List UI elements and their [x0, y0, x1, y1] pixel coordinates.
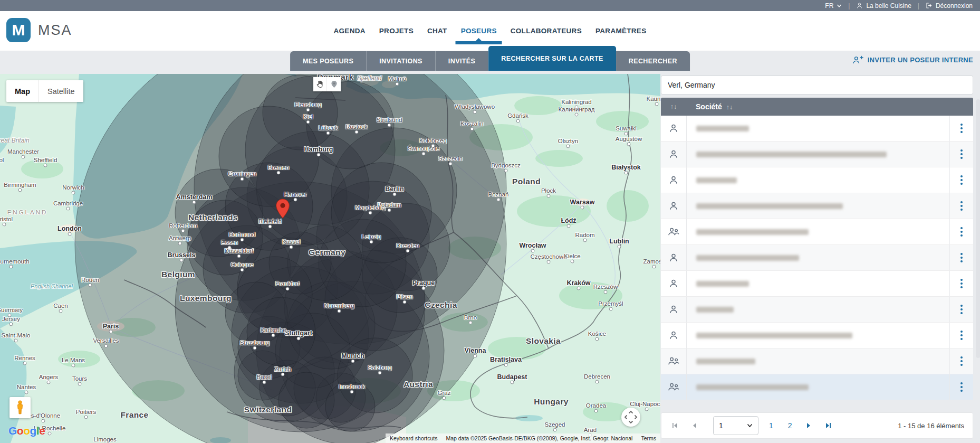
- map-data-text: Map data ©2025 GeoBasis-DE/BKG (©2009), …: [441, 433, 637, 443]
- page-select-value: 1: [719, 421, 723, 430]
- satellite-view-button[interactable]: Satellite: [39, 80, 83, 102]
- kebab-menu-icon[interactable]: [958, 277, 965, 290]
- kebab-menu-icon[interactable]: [958, 303, 965, 316]
- kebab-dot: [960, 205, 963, 207]
- table-row[interactable]: [661, 116, 973, 142]
- pan-hand-tool-button[interactable]: [313, 77, 327, 91]
- panel-scrollbar[interactable]: [976, 99, 980, 358]
- kebab-dot: [960, 253, 963, 255]
- table-row[interactable]: [661, 297, 973, 323]
- blurred-text: [696, 384, 809, 390]
- table-row[interactable]: [661, 271, 973, 297]
- google-map[interactable]: DenmarkNetherlandsBelgiumLuxembourgGerma…: [0, 74, 660, 443]
- map-type-control: Map Satellite: [6, 80, 83, 102]
- kebab-dot: [960, 338, 963, 340]
- invite-internal-installer-link[interactable]: INVITER UN POSEUR INTERNE: [852, 55, 973, 64]
- kebab-dot: [960, 312, 963, 314]
- google-logo: Google: [8, 425, 45, 437]
- first-page-icon: [672, 422, 678, 429]
- kebab-dot: [960, 382, 963, 384]
- table-row[interactable]: [661, 219, 973, 245]
- pan-arrows-icon: [624, 410, 638, 424]
- table-row[interactable]: [661, 245, 973, 271]
- map-view-button[interactable]: Map: [6, 80, 39, 102]
- kebab-dot: [960, 157, 963, 159]
- separator: |: [848, 2, 850, 10]
- kebab-dot: [960, 390, 963, 392]
- kebab-dot: [960, 360, 963, 362]
- last-page-button[interactable]: [823, 420, 833, 431]
- sort-icon: ↑↓: [726, 103, 733, 111]
- tab-invités[interactable]: INVITÉS: [436, 51, 488, 71]
- row-actions-cell: [949, 142, 973, 167]
- kebab-menu-icon[interactable]: [958, 121, 965, 135]
- coverage-circle: [331, 163, 431, 263]
- first-page-button[interactable]: [670, 420, 680, 431]
- results-panel: ↑↓ Société↑↓ 1 12 1: [661, 76, 973, 443]
- app-logo[interactable]: M MSA: [6, 18, 72, 42]
- kebab-menu-icon[interactable]: [958, 225, 965, 239]
- google-logo-letter: o: [23, 425, 30, 437]
- kebab-menu-icon[interactable]: [958, 354, 965, 368]
- person-icon: [661, 167, 687, 193]
- page-link-2[interactable]: 2: [788, 421, 792, 430]
- blurred-text: [696, 229, 809, 235]
- logout-button[interactable]: Déconnexion: [926, 2, 973, 10]
- nav-item-poseurs[interactable]: POSEURS: [460, 24, 498, 38]
- nav-item-agenda[interactable]: AGENDA: [333, 24, 367, 38]
- company-name-redacted: [687, 167, 949, 193]
- nav-item-paramètres[interactable]: PARAMÈTRES: [594, 24, 648, 38]
- person-icon: [661, 142, 687, 167]
- kebab-menu-icon[interactable]: [958, 147, 965, 161]
- table-row[interactable]: [661, 374, 973, 400]
- language-selector[interactable]: FR: [825, 2, 842, 10]
- keyboard-shortcuts-link[interactable]: Keyboard shortcuts: [386, 433, 441, 443]
- row-actions-cell: [949, 167, 973, 193]
- user-plus-icon: [852, 55, 863, 64]
- next-page-button[interactable]: [804, 420, 813, 431]
- company-table-body: [661, 116, 973, 400]
- page-link-1[interactable]: 1: [769, 421, 773, 430]
- nav-item-projets[interactable]: PROJETS: [378, 24, 415, 38]
- nav-item-chat[interactable]: CHAT: [426, 24, 448, 38]
- tab-mes-poseurs[interactable]: MES POSEURS: [290, 51, 367, 71]
- kebab-dot: [960, 331, 963, 333]
- previous-page-button[interactable]: [690, 420, 699, 431]
- kebab-menu-icon[interactable]: [958, 328, 965, 342]
- nav-item-collaborateurs[interactable]: COLLABORATEURS: [510, 24, 583, 38]
- kebab-menu-icon[interactable]: [958, 380, 965, 394]
- company-name-redacted: [687, 116, 949, 141]
- table-row[interactable]: [661, 348, 973, 374]
- table-row[interactable]: [661, 167, 973, 193]
- table-row[interactable]: [661, 323, 973, 348]
- map-pan-control[interactable]: [621, 408, 640, 427]
- location-search-input[interactable]: [661, 76, 973, 95]
- blurred-text: [696, 203, 843, 209]
- tab-rechercher[interactable]: RECHERCHER: [616, 51, 690, 71]
- chevron-down-icon: [837, 4, 842, 8]
- kebab-menu-icon[interactable]: [958, 199, 965, 213]
- company-name-redacted: [687, 348, 949, 374]
- tab-invitations[interactable]: INVITATIONS: [367, 51, 436, 71]
- kebab-dot: [960, 179, 963, 181]
- terms-link[interactable]: Terms: [637, 433, 660, 443]
- sort-icon-column[interactable]: ↑↓: [661, 103, 686, 110]
- account-menu[interactable]: La belle Cuisine: [856, 2, 911, 10]
- page-select[interactable]: 1: [713, 416, 758, 435]
- place-marker-tool-button[interactable]: [327, 77, 341, 91]
- search-location-marker[interactable]: [276, 199, 290, 221]
- column-header-societe[interactable]: Société↑↓: [686, 102, 733, 111]
- pegman-icon: [15, 400, 25, 415]
- row-actions-cell: [949, 348, 973, 374]
- kebab-menu-icon[interactable]: [958, 173, 965, 187]
- table-row[interactable]: [661, 193, 973, 219]
- blurred-text: [696, 307, 734, 313]
- kebab-menu-icon[interactable]: [958, 251, 965, 265]
- logout-icon: [926, 2, 933, 9]
- street-view-pegman-control[interactable]: [9, 397, 31, 418]
- map-drawing-control: [313, 77, 341, 91]
- tab-rechercher-sur-la-carte[interactable]: RECHERCHER SUR LA CARTE: [488, 46, 616, 71]
- row-actions-cell: [949, 297, 973, 322]
- kebab-dot: [960, 231, 963, 233]
- table-row[interactable]: [661, 142, 973, 167]
